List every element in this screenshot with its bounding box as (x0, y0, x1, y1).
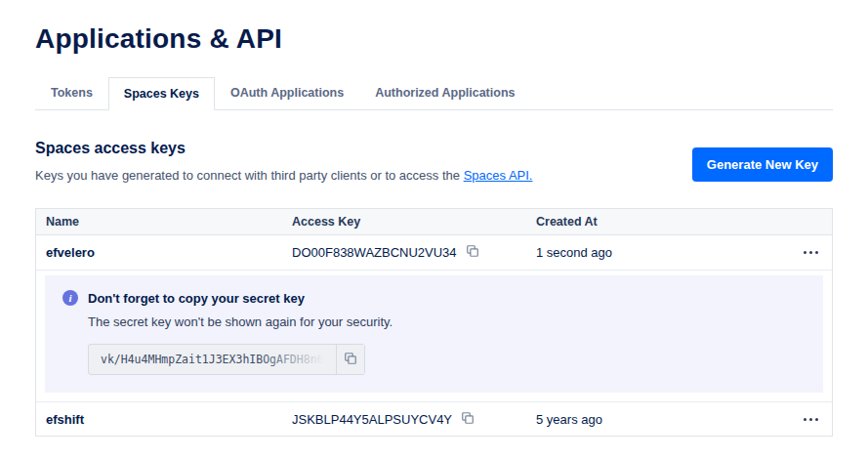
callout-title: Don't forget to copy your secret key (88, 291, 305, 306)
key-name: efvelero (36, 245, 282, 260)
table-header-row: Name Access Key Created At (36, 209, 832, 235)
column-header-access-key: Access Key (282, 209, 526, 234)
secret-key-value: vk/H4u4MHmpZait1J3EX3hIBOgAFDH8n6gTv3H (89, 345, 336, 374)
copy-secret-key-button[interactable] (336, 345, 364, 374)
spaces-api-link[interactable]: Spaces API. (464, 168, 533, 183)
applications-api-page: Applications & API Tokens Spaces Keys OA… (0, 0, 868, 437)
page-title: Applications & API (35, 23, 833, 55)
secret-key-callout: i Don't forget to copy your secret key T… (45, 275, 823, 393)
secret-key-row: vk/H4u4MHmpZait1J3EX3hIBOgAFDH8n6gTv3H (88, 344, 806, 375)
row-actions (777, 412, 832, 427)
row-actions-menu[interactable] (800, 245, 822, 260)
column-header-created-at: Created At (526, 209, 777, 234)
row-actions (777, 245, 832, 260)
section-description: Keys you have generated to connect with … (35, 168, 532, 183)
info-icon: i (62, 290, 78, 306)
section-header-text: Spaces access keys Keys you have generat… (35, 140, 532, 183)
secret-key-callout-row: i Don't forget to copy your secret key T… (36, 270, 832, 401)
section-header: Spaces access keys Keys you have generat… (35, 140, 833, 183)
access-key-value: DO00F838WAZBCNU2VU34 (292, 245, 457, 260)
access-key-value: JSKBLP44Y5ALPSUYCV4Y (292, 412, 452, 427)
table-row: efshift JSKBLP44Y5ALPSUYCV4Y 5 years ago (36, 401, 832, 436)
tabs-bar: Tokens Spaces Keys OAuth Applications Au… (35, 76, 833, 110)
column-header-name: Name (36, 209, 282, 234)
copy-icon (461, 411, 475, 428)
spaces-keys-table: Name Access Key Created At efvelero DO00… (35, 208, 833, 437)
tab-tokens[interactable]: Tokens (35, 76, 108, 109)
callout-body: The secret key won't be shown again for … (88, 314, 806, 329)
secret-key-box: vk/H4u4MHmpZait1J3EX3hIBOgAFDH8n6gTv3H (88, 344, 365, 375)
created-at-value: 5 years ago (526, 412, 777, 427)
created-at-value: 1 second ago (526, 245, 777, 260)
copy-icon (466, 244, 479, 261)
key-name: efshift (36, 412, 282, 427)
copy-access-key-button[interactable] (466, 244, 479, 261)
generate-new-key-button[interactable]: Generate New Key (692, 147, 833, 182)
column-header-actions (777, 216, 832, 228)
access-key-cell: DO00F838WAZBCNU2VU34 (282, 244, 526, 261)
copy-access-key-button[interactable] (461, 411, 475, 428)
section-heading: Spaces access keys (35, 140, 532, 157)
callout-header: i Don't forget to copy your secret key (62, 290, 806, 306)
row-actions-menu[interactable] (800, 412, 822, 427)
tab-authorized-applications[interactable]: Authorized Applications (359, 76, 530, 109)
tab-oauth-applications[interactable]: OAuth Applications (215, 76, 359, 109)
table-row: efvelero DO00F838WAZBCNU2VU34 1 second a… (36, 235, 832, 270)
copy-icon (344, 352, 357, 368)
tab-spaces-keys[interactable]: Spaces Keys (108, 77, 215, 110)
section-description-text: Keys you have generated to connect with … (35, 168, 464, 183)
access-key-cell: JSKBLP44Y5ALPSUYCV4Y (282, 411, 526, 428)
